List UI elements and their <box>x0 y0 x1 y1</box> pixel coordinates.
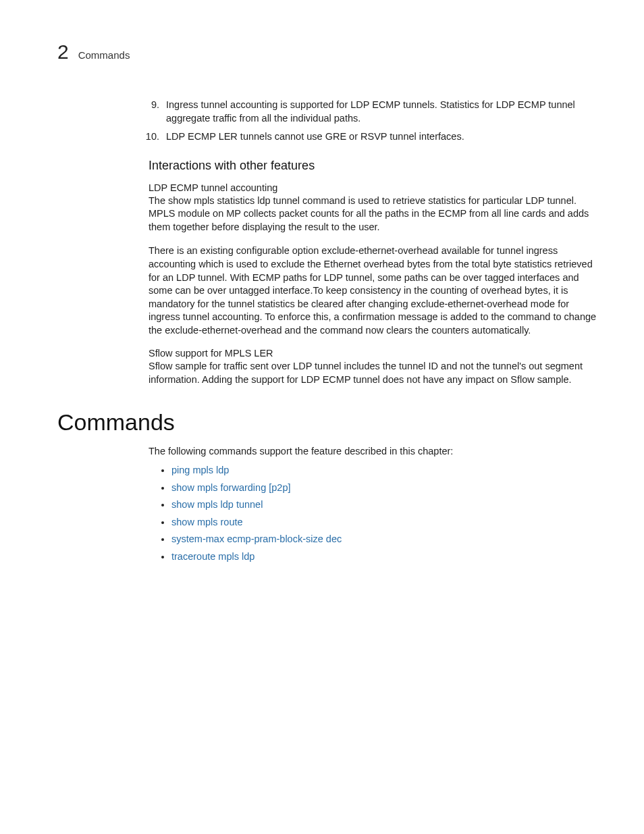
list-item: show mpls forwarding [p2p] <box>171 481 597 495</box>
command-link[interactable]: ping mpls ldp <box>171 465 229 475</box>
list-item: system-max ecmp-pram-block-size dec <box>171 533 597 546</box>
chapter-title: Commands <box>78 49 130 61</box>
list-item: ping mpls ldp <box>171 464 597 477</box>
commands-body: The following commands support the featu… <box>149 445 597 563</box>
list-item: show mpls route <box>171 516 597 529</box>
page-header: 2 Commands <box>57 41 597 63</box>
command-link[interactable]: show mpls forwarding [p2p] <box>171 482 291 493</box>
numbered-list: Ingress tunnel accounting is supported f… <box>149 99 597 144</box>
paragraph: There is an existing configurable option… <box>149 244 597 337</box>
chapter-number: 2 <box>57 41 69 63</box>
list-item: LDP ECMP LER tunnels cannot use GRE or R… <box>162 130 597 144</box>
paragraph-title: Sflow support for MPLS LER <box>149 348 597 359</box>
commands-intro: The following commands support the featu… <box>149 445 597 459</box>
list-item: show mpls ldp tunnel <box>171 498 597 512</box>
paragraph: Sflow sample for traffic sent over LDP t… <box>149 360 597 386</box>
command-link[interactable]: system-max ecmp-pram-block-size dec <box>171 533 342 544</box>
list-item: Ingress tunnel accounting is supported f… <box>162 99 597 125</box>
list-item: traceroute mpls ldp <box>171 550 597 564</box>
command-link[interactable]: show mpls route <box>171 517 243 527</box>
body-indent: Ingress tunnel accounting is supported f… <box>149 99 597 386</box>
paragraph: The show mpls statistics ldp tunnel comm… <box>149 194 597 234</box>
page: 2 Commands Ingress tunnel accounting is … <box>0 0 644 608</box>
command-link[interactable]: traceroute mpls ldp <box>171 551 254 562</box>
section-heading-interactions: Interactions with other features <box>149 159 597 173</box>
command-link[interactable]: show mpls ldp tunnel <box>171 499 263 510</box>
commands-list: ping mpls ldp show mpls forwarding [p2p]… <box>149 464 597 563</box>
section-heading-commands: Commands <box>57 409 597 436</box>
paragraph-title: LDP ECMP tunnel accounting <box>149 182 597 193</box>
